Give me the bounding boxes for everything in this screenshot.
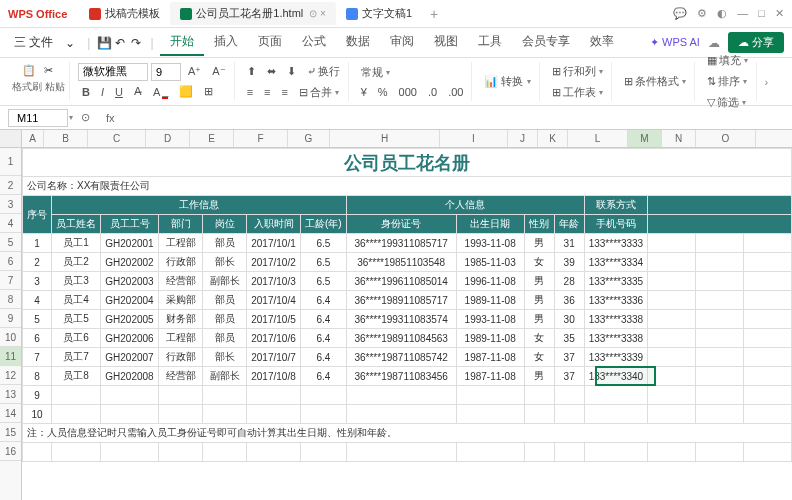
- cell[interactable]: [744, 291, 792, 310]
- cell[interactable]: [301, 386, 347, 405]
- row-header-4[interactable]: 4: [0, 214, 21, 233]
- paste-icon[interactable]: 📋: [21, 62, 37, 78]
- cell[interactable]: [159, 405, 203, 424]
- menu-数据[interactable]: 数据: [336, 29, 380, 56]
- cell[interactable]: [648, 348, 696, 367]
- fill-color-button[interactable]: 🟨: [175, 83, 197, 100]
- cell[interactable]: [744, 272, 792, 291]
- cell[interactable]: 3: [23, 272, 52, 291]
- cell[interactable]: 2017/10/8: [247, 367, 301, 386]
- cell[interactable]: GH202002: [101, 253, 159, 272]
- cell[interactable]: 员工7: [52, 348, 101, 367]
- cell[interactable]: 性别: [524, 215, 554, 234]
- cell[interactable]: 男: [524, 234, 554, 253]
- row-headers[interactable]: 12345678910111213141516: [0, 148, 22, 500]
- fill-button[interactable]: ▦ 填充▾: [703, 51, 752, 70]
- type-convert-button[interactable]: 📊 转换▾: [480, 72, 534, 91]
- cell[interactable]: 133****3335: [584, 272, 648, 291]
- row-header-12[interactable]: 12: [0, 366, 21, 385]
- cell[interactable]: 9: [23, 386, 52, 405]
- cell[interactable]: 7: [23, 348, 52, 367]
- increase-decimal-icon[interactable]: .00: [444, 84, 467, 100]
- formula-input[interactable]: [123, 109, 784, 127]
- file-dropdown-icon[interactable]: ⌄: [59, 32, 81, 54]
- col-header-D[interactable]: D: [146, 130, 190, 147]
- cell[interactable]: [648, 310, 696, 329]
- cell[interactable]: 10: [23, 405, 52, 424]
- cell[interactable]: GH202004: [101, 291, 159, 310]
- row-header-9[interactable]: 9: [0, 309, 21, 328]
- cell[interactable]: [52, 386, 101, 405]
- cell[interactable]: 36****198711085742: [346, 348, 456, 367]
- cut-icon[interactable]: ✂: [40, 62, 56, 78]
- close-button[interactable]: ✕: [775, 7, 784, 20]
- sort-button[interactable]: ⇅ 排序▾: [703, 72, 752, 91]
- cell[interactable]: 6: [23, 329, 52, 348]
- cell[interactable]: 手机号码: [584, 215, 648, 234]
- align-bottom-icon[interactable]: ⬇: [283, 63, 300, 80]
- cell[interactable]: [456, 386, 524, 405]
- align-left-icon[interactable]: ≡: [243, 84, 257, 100]
- number-format-select[interactable]: 常规 ▾: [357, 63, 394, 82]
- format-brush-button[interactable]: 格式刷: [12, 80, 42, 94]
- cell[interactable]: 部长: [203, 348, 247, 367]
- menu-会员专享[interactable]: 会员专享: [512, 29, 580, 56]
- cell[interactable]: 1996-11-08: [456, 272, 524, 291]
- file-menu[interactable]: 三 文件: [8, 30, 59, 55]
- row-header-2[interactable]: 2: [0, 176, 21, 195]
- cell[interactable]: 员工1: [52, 234, 101, 253]
- undo-icon[interactable]: ↶: [112, 35, 128, 51]
- cell[interactable]: 36****199311083574: [346, 310, 456, 329]
- cell[interactable]: 女: [524, 348, 554, 367]
- cell[interactable]: 1989-11-08: [456, 329, 524, 348]
- cell[interactable]: [648, 272, 696, 291]
- col-header-A[interactable]: A: [22, 130, 44, 147]
- cell[interactable]: [648, 215, 792, 234]
- cell[interactable]: 联系方式: [584, 196, 648, 215]
- cell[interactable]: [247, 386, 301, 405]
- cell[interactable]: 部员: [203, 310, 247, 329]
- cell[interactable]: [696, 386, 744, 405]
- cell[interactable]: 28: [554, 272, 584, 291]
- cell[interactable]: [648, 443, 696, 462]
- cell[interactable]: [584, 443, 648, 462]
- cell[interactable]: [648, 291, 696, 310]
- cell[interactable]: 部门: [159, 215, 203, 234]
- app-tab-2[interactable]: 文字文稿1: [336, 2, 422, 25]
- cell[interactable]: [648, 329, 696, 348]
- cell[interactable]: 个人信息: [346, 196, 584, 215]
- cell[interactable]: 行政部: [159, 348, 203, 367]
- cell[interactable]: 女: [524, 329, 554, 348]
- italic-button[interactable]: I: [97, 84, 108, 100]
- col-header-I[interactable]: I: [440, 130, 508, 147]
- cell[interactable]: [648, 386, 696, 405]
- cell[interactable]: 工龄(年): [301, 215, 347, 234]
- cell[interactable]: 133****3340: [584, 367, 648, 386]
- col-header-O[interactable]: O: [696, 130, 756, 147]
- menu-工具[interactable]: 工具: [468, 29, 512, 56]
- currency-icon[interactable]: ¥: [357, 84, 371, 100]
- maximize-button[interactable]: □: [758, 7, 765, 20]
- cell[interactable]: [301, 443, 347, 462]
- cell[interactable]: [101, 386, 159, 405]
- cell[interactable]: 员工6: [52, 329, 101, 348]
- row-header-10[interactable]: 10: [0, 328, 21, 347]
- cell[interactable]: 1993-11-08: [456, 234, 524, 253]
- decrease-decimal-icon[interactable]: .0: [424, 84, 441, 100]
- cell[interactable]: [648, 405, 696, 424]
- cell[interactable]: 36****199311085717: [346, 234, 456, 253]
- cell[interactable]: [744, 234, 792, 253]
- cell[interactable]: 37: [554, 348, 584, 367]
- cell[interactable]: 2017/10/1: [247, 234, 301, 253]
- cell[interactable]: 男: [524, 367, 554, 386]
- msg-icon[interactable]: 💬: [673, 7, 687, 20]
- cell[interactable]: 2017/10/2: [247, 253, 301, 272]
- menu-视图[interactable]: 视图: [424, 29, 468, 56]
- cell[interactable]: 工作信息: [52, 196, 347, 215]
- cell[interactable]: 部员: [203, 291, 247, 310]
- cell[interactable]: [346, 405, 456, 424]
- cell[interactable]: 36****199611085014: [346, 272, 456, 291]
- align-center-icon[interactable]: ≡: [260, 84, 274, 100]
- col-header-C[interactable]: C: [88, 130, 146, 147]
- cell[interactable]: GH202005: [101, 310, 159, 329]
